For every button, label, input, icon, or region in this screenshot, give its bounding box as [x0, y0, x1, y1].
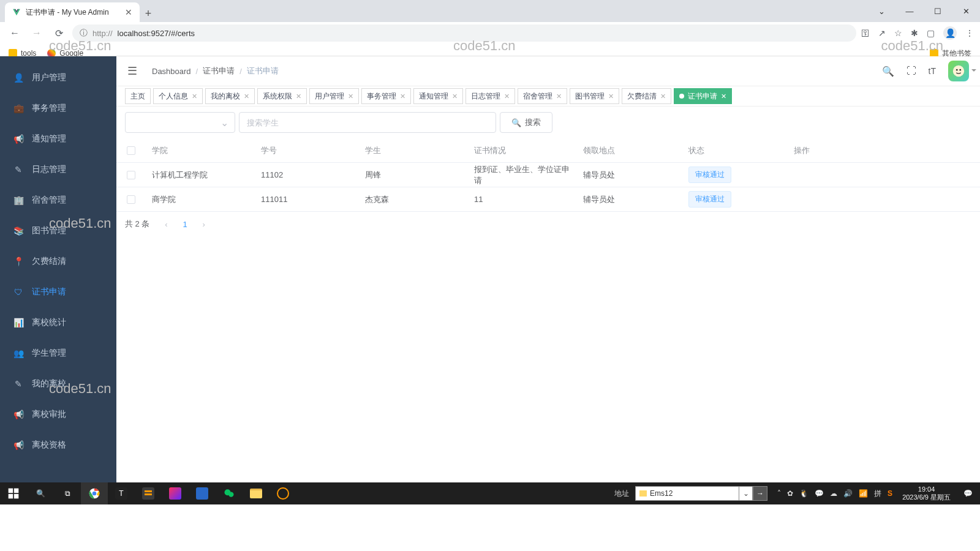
address-dropdown[interactable]: ⌄ — [739, 486, 753, 501]
select-all-checkbox[interactable] — [127, 146, 135, 155]
tray-wechat-icon[interactable]: 💬 — [815, 489, 824, 498]
tab-dropdown-button[interactable]: ⌄ — [867, 1, 895, 21]
close-icon[interactable]: ✕ — [452, 92, 458, 100]
sidebar-item-1[interactable]: 👤用户管理 — [0, 62, 116, 93]
close-icon[interactable]: ✕ — [721, 92, 726, 100]
tray-chevron-icon[interactable]: ˄ — [777, 489, 781, 498]
app-taskbar-icon[interactable]: T — [108, 482, 135, 504]
close-window-button[interactable]: ✕ — [952, 1, 980, 21]
row-checkbox[interactable] — [127, 171, 135, 179]
start-button[interactable] — [0, 482, 27, 504]
tray-app-icon[interactable]: ✿ — [787, 489, 793, 498]
close-icon[interactable]: ✕ — [400, 92, 405, 100]
forward-button[interactable]: → — [28, 24, 45, 42]
sidebar-item-12[interactable]: 📢离校审批 — [0, 399, 116, 430]
college-select[interactable]: ⌄ — [125, 112, 235, 133]
search-button[interactable]: 🔍搜索 — [500, 112, 552, 133]
kebab-menu-icon[interactable]: ⋮ — [965, 28, 974, 38]
tray-volume-icon[interactable]: 🔊 — [843, 489, 853, 498]
row-checkbox[interactable] — [127, 195, 135, 204]
taskbar-clock[interactable]: 19:04 2023/6/9 星期五 — [897, 485, 956, 501]
view-tab-0[interactable]: 主页 — [125, 88, 151, 104]
close-icon[interactable]: ✕ — [192, 92, 197, 100]
browser-tab[interactable]: 证书申请 - My Vue Admin ✕ — [5, 2, 140, 22]
sidebar-item-10[interactable]: 👥学生管理 — [0, 338, 116, 369]
close-icon[interactable]: ✕ — [556, 92, 562, 100]
prev-page-button[interactable]: ‹ — [158, 216, 174, 232]
search-taskbar-icon[interactable]: 🔍 — [27, 482, 54, 504]
search-input[interactable] — [239, 112, 496, 133]
password-key-icon[interactable]: ⚿ — [861, 28, 870, 38]
fontsize-icon[interactable]: tT — [929, 66, 936, 76]
minimize-button[interactable]: — — [895, 1, 924, 21]
tray-sogou-icon[interactable]: S — [888, 489, 892, 498]
tray-penguin-icon[interactable]: 🐧 — [799, 489, 809, 498]
bookmark-star-icon[interactable]: ☆ — [894, 28, 902, 38]
maximize-button[interactable]: ☐ — [924, 1, 952, 21]
status-button[interactable]: 审核通过 — [688, 167, 731, 183]
view-tab-6[interactable]: 通知管理✕ — [413, 88, 463, 104]
profile-avatar-icon[interactable]: 👤 — [943, 26, 957, 40]
wechat-taskbar-icon[interactable] — [216, 482, 243, 504]
sidepanel-icon[interactable]: ▢ — [927, 28, 935, 38]
fullscreen-icon[interactable]: ⛶ — [907, 66, 916, 77]
status-button[interactable]: 审核通过 — [688, 191, 731, 208]
back-button[interactable]: ← — [6, 24, 23, 42]
reload-button[interactable]: ⟳ — [50, 24, 67, 42]
address-go-button[interactable]: → — [753, 486, 767, 501]
close-icon[interactable]: ✕ — [608, 92, 614, 100]
app2-taskbar-icon[interactable] — [189, 482, 216, 504]
page-number[interactable]: 1 — [183, 220, 187, 229]
notification-center-icon[interactable]: 💬 — [956, 489, 980, 498]
sidebar-item-0[interactable]: 🔑系统权限 — [0, 56, 116, 62]
view-tab-10[interactable]: 欠费结清✕ — [622, 88, 671, 104]
sidebar-item-9[interactable]: 📊离校统计 — [0, 307, 116, 338]
close-icon[interactable]: ✕ — [296, 92, 301, 100]
explorer-taskbar-icon[interactable] — [243, 482, 270, 504]
sidebar-item-4[interactable]: ✎日志管理 — [0, 154, 116, 185]
share-icon[interactable]: ↗ — [878, 28, 886, 38]
tray-wifi-icon[interactable]: 📶 — [859, 489, 868, 498]
view-tab-7[interactable]: 日志管理✕ — [466, 88, 515, 104]
view-tab-8[interactable]: 宿舍管理✕ — [518, 88, 567, 104]
breadcrumb-item[interactable]: Dashboard — [152, 67, 191, 76]
breadcrumb-item[interactable]: 证书申请 — [203, 66, 235, 77]
view-tab-9[interactable]: 图书管理✕ — [570, 88, 619, 104]
next-page-button[interactable]: › — [196, 216, 212, 232]
close-icon[interactable]: ✕ — [244, 92, 249, 100]
cell-sid: 111011 — [255, 195, 359, 204]
view-tab-11[interactable]: 证书申请✕ — [674, 88, 732, 104]
view-tab-3[interactable]: 系统权限✕ — [257, 88, 307, 104]
search-icon[interactable]: 🔍 — [882, 66, 894, 77]
sidebar-item-7[interactable]: 📍欠费结清 — [0, 246, 116, 277]
view-tab-1[interactable]: 个人信息✕ — [153, 88, 203, 104]
task-view-icon[interactable]: ⧉ — [54, 482, 81, 504]
sublime-taskbar-icon[interactable] — [135, 482, 162, 504]
close-icon[interactable]: ✕ — [348, 92, 353, 100]
hamburger-icon[interactable]: ☰ — [127, 64, 137, 78]
chrome-taskbar-icon[interactable] — [81, 482, 108, 504]
extensions-icon[interactable]: ✱ — [911, 28, 918, 38]
sidebar-item-3[interactable]: 📢通知管理 — [0, 124, 116, 154]
view-tab-5[interactable]: 事务管理✕ — [361, 88, 411, 104]
sidebar-item-13[interactable]: 📢离校资格 — [0, 430, 116, 460]
sidebar-item-2[interactable]: 💼事务管理 — [0, 93, 116, 124]
close-tab-icon[interactable]: ✕ — [125, 7, 132, 17]
site-info-icon[interactable]: ⓘ — [80, 28, 88, 39]
url-field[interactable]: ⓘ http://localhost:9527/#/certs — [72, 24, 856, 42]
sidebar-item-11[interactable]: ✎我的离校 — [0, 369, 116, 399]
view-tab-2[interactable]: 我的离校✕ — [205, 88, 255, 104]
app3-taskbar-icon[interactable] — [270, 482, 296, 504]
sidebar-item-5[interactable]: 🏢宿舍管理 — [0, 185, 116, 216]
intellij-taskbar-icon[interactable] — [162, 482, 189, 504]
view-tab-4[interactable]: 用户管理✕ — [309, 88, 359, 104]
close-icon[interactable]: ✕ — [660, 92, 666, 100]
sidebar-item-6[interactable]: 📚图书管理 — [0, 216, 116, 246]
tray-cloud-icon[interactable]: ☁ — [830, 489, 837, 498]
close-icon[interactable]: ✕ — [504, 92, 510, 100]
new-tab-button[interactable]: + — [140, 5, 157, 22]
tray-ime-icon[interactable]: 拼 — [874, 489, 881, 499]
user-avatar[interactable] — [948, 61, 969, 81]
sidebar-item-8[interactable]: 🛡证书申请 — [0, 277, 116, 307]
address-input[interactable]: Ems12 — [635, 486, 739, 501]
